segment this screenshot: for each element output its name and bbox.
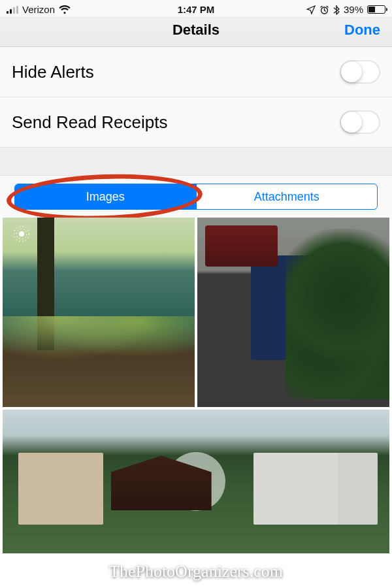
read-receipts-toggle[interactable] <box>340 110 380 134</box>
battery-icon <box>367 5 385 14</box>
tab-attachments[interactable]: Attachments <box>196 184 378 209</box>
status-bar: Verizon 1:47 PM 39% <box>0 0 392 16</box>
live-photo-icon <box>208 225 225 242</box>
read-receipts-row: Send Read Receipts <box>0 97 392 147</box>
alarm-icon <box>319 5 329 14</box>
bluetooth-icon <box>333 5 340 15</box>
image-thumbnail[interactable] <box>3 218 195 407</box>
hide-alerts-toggle[interactable] <box>340 60 380 84</box>
tab-images[interactable]: Images <box>15 184 196 209</box>
wifi-icon <box>59 5 71 14</box>
location-icon <box>306 5 316 14</box>
hide-alerts-row: Hide Alerts <box>0 47 392 97</box>
svg-point-6 <box>209 227 224 242</box>
images-grid <box>0 218 392 553</box>
settings-list: Hide Alerts Send Read Receipts <box>0 47 392 147</box>
svg-point-1 <box>19 231 24 237</box>
segmented-control: Images Attachments <box>14 184 378 210</box>
image-thumbnail[interactable] <box>197 218 389 407</box>
clock: 1:47 PM <box>118 4 274 15</box>
nav-bar: Details Done <box>0 16 392 47</box>
read-receipts-label: Send Read Receipts <box>12 112 167 133</box>
hide-alerts-label: Hide Alerts <box>12 62 94 82</box>
battery-percentage: 39% <box>344 4 363 15</box>
watermark-text: ThePhotoOrganizers.com <box>0 562 392 581</box>
play-icon[interactable] <box>167 452 225 511</box>
done-button[interactable]: Done <box>335 22 380 39</box>
page-title: Details <box>57 22 335 39</box>
video-thumbnail[interactable] <box>3 410 389 553</box>
carrier-label: Verizon <box>22 4 55 15</box>
tab-attachments-label: Attachments <box>254 190 319 204</box>
svg-point-4 <box>214 231 219 237</box>
live-photo-icon <box>13 225 30 242</box>
section-gap <box>0 147 392 176</box>
signal-bars-icon <box>7 6 18 14</box>
svg-point-5 <box>211 229 221 239</box>
tab-images-label: Images <box>86 190 125 204</box>
